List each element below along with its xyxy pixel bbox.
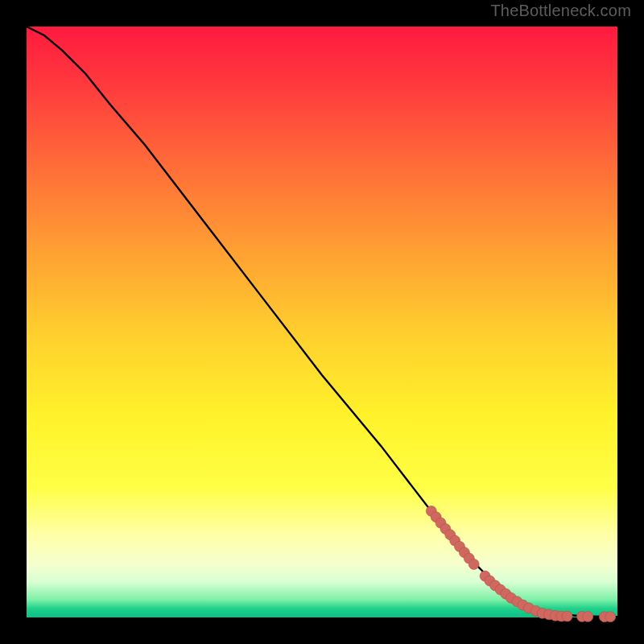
curve-line: [27, 27, 617, 617]
watermark-text: TheBottleneck.com: [490, 2, 631, 20]
data-marker: [583, 611, 593, 621]
markers-group: [426, 506, 615, 621]
chart-svg: [27, 27, 617, 617]
chart-frame: TheBottleneck.com: [0, 0, 644, 644]
data-marker: [562, 611, 572, 621]
data-marker: [469, 559, 479, 569]
data-marker: [605, 612, 616, 622]
plot-area: [27, 27, 617, 617]
